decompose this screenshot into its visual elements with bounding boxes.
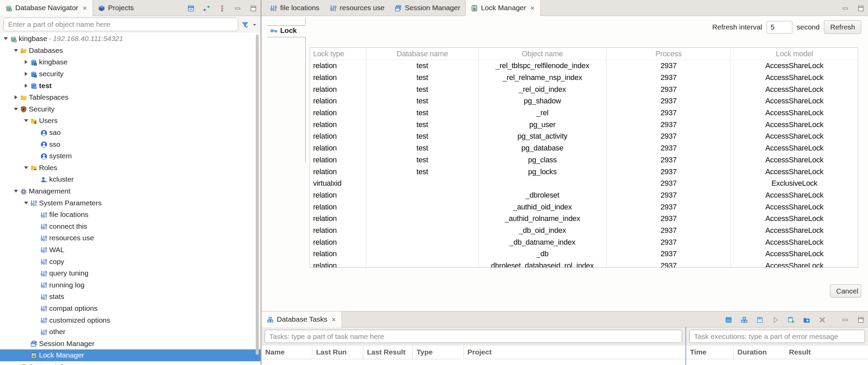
tree-item-lock-manager[interactable]: Lock Manager	[0, 349, 261, 361]
run-task-icon[interactable]	[772, 316, 779, 324]
executions-column-duration[interactable]: Duration	[734, 345, 785, 359]
lock-table-row[interactable]: relation_authid_oid_index2937AccessShare…	[310, 201, 858, 213]
tasks-column-project[interactable]: Project	[464, 345, 685, 359]
expander-slot[interactable]	[12, 363, 19, 365]
expander-collapse-icon[interactable]	[4, 37, 8, 40]
executions-column-time[interactable]: Time	[686, 345, 734, 359]
expander-collapse-icon[interactable]	[24, 202, 28, 204]
tree-scrollbar-thumb[interactable]	[256, 35, 259, 355]
object-filter-input[interactable]	[3, 18, 238, 31]
lock-table-row[interactable]: relationtestpg_locks2937AccessShareLock	[310, 166, 858, 178]
expander-slot[interactable]	[12, 47, 19, 54]
tree-item-running-log[interactable]: running log	[0, 279, 261, 291]
minimize-icon[interactable]	[842, 5, 849, 12]
lock-table-row[interactable]: relationtestpg_stat_activity2937AccessSh…	[310, 130, 858, 142]
tree-item-compat-options[interactable]: compat options	[0, 303, 261, 315]
close-icon[interactable]	[82, 5, 88, 11]
tree-item-other[interactable]: other	[0, 326, 261, 338]
tasks-filter-input[interactable]	[265, 330, 682, 343]
tree-item-system-parameters[interactable]: System Parameters	[0, 197, 261, 209]
tab-database-navigator[interactable]: Database Navigator	[0, 0, 93, 16]
tree-item-sao[interactable]: sao	[0, 127, 261, 139]
view-menu-icon[interactable]	[218, 5, 226, 12]
create-task-folder-icon[interactable]	[803, 316, 810, 324]
executions-column-result[interactable]: Result	[785, 345, 868, 359]
tree-item-session-manager[interactable]: Session Manager	[0, 338, 261, 349]
lock-table-row[interactable]: relation_db2937AccessShareLock	[310, 248, 858, 260]
expander-slot[interactable]	[22, 70, 30, 78]
chevron-down-icon[interactable]	[252, 22, 257, 27]
create-task-icon[interactable]	[787, 316, 795, 324]
expander-collapse-icon[interactable]	[14, 190, 18, 192]
tab-lock-manager[interactable]: Lock Manager	[465, 0, 541, 16]
expander-slot[interactable]	[12, 188, 19, 195]
expander-expand-icon[interactable]	[25, 72, 27, 76]
lock-table-row[interactable]: relationdbroleset_databaseid_rol_index29…	[310, 260, 858, 268]
lock-table-row[interactable]: relationtestpg_shadow2937AccessShareLock	[310, 95, 858, 107]
tab-file-locations[interactable]: file locations	[265, 0, 325, 16]
expander-slot[interactable]	[22, 117, 30, 124]
lock-table-row[interactable]: relationtestpg_database2937AccessShareLo…	[310, 142, 858, 154]
tree-item-users[interactable]: Users	[0, 115, 261, 127]
link-with-editor-icon[interactable]	[203, 5, 210, 12]
collapse-all-icon[interactable]	[187, 5, 195, 12]
tree-item-copy[interactable]: copy	[0, 256, 261, 267]
cancel-button[interactable]: Cancel	[830, 284, 861, 298]
expander-slot[interactable]	[2, 35, 9, 42]
filter-icon[interactable]	[242, 21, 249, 28]
tree-item-system[interactable]: system	[0, 150, 261, 162]
expander-slot[interactable]	[22, 199, 30, 206]
column-header-lock-model[interactable]: Lock model	[731, 48, 858, 60]
tree-item-security[interactable]: Security	[0, 103, 261, 115]
expander-collapse-icon[interactable]	[14, 49, 18, 52]
tab-projects[interactable]: Projects	[93, 0, 139, 16]
tree-item-roles[interactable]: Roles	[0, 162, 261, 174]
tree-item-connect-this[interactable]: connect this	[0, 221, 261, 232]
tree-item-tablespaces[interactable]: Tablespaces	[0, 92, 261, 103]
expander-expand-icon[interactable]	[15, 95, 17, 99]
tree-item-databases[interactable]: Databases	[0, 45, 261, 57]
expander-slot[interactable]	[22, 59, 30, 66]
tasks-column-type[interactable]: Type	[413, 345, 464, 359]
tasks-column-name[interactable]: Name	[262, 345, 312, 359]
maximize-icon[interactable]	[857, 5, 865, 12]
lock-table-row[interactable]: relationtest_rel_tblspc_relfilenode_inde…	[310, 60, 858, 72]
tree-item-kingbase[interactable]: kingbase - 192.168.40.111:54321	[0, 33, 261, 45]
lock-table-row[interactable]: relationtest_rel2937AccessShareLock	[310, 107, 858, 119]
expander-expand-icon[interactable]	[25, 84, 27, 88]
tree-item-query-tuning[interactable]: query tuning	[0, 267, 261, 279]
tree-item-management[interactable]: Management	[0, 185, 261, 197]
maximize-icon[interactable]	[250, 5, 257, 12]
expander-slot[interactable]	[12, 105, 19, 113]
minimize-icon[interactable]	[234, 5, 242, 12]
executions-filter-input[interactable]	[689, 330, 865, 343]
maximize-icon[interactable]	[857, 316, 865, 324]
tree-item-security[interactable]: security	[0, 68, 261, 80]
tree-item-kingbase[interactable]: kingbase	[0, 56, 261, 68]
delete-task-icon[interactable]	[818, 316, 826, 324]
task-view-icon[interactable]	[725, 316, 732, 324]
lock-table-row[interactable]: virtualxid2937ExclusiveLock	[310, 178, 858, 189]
lock-table-row[interactable]: relation_authid_rolname_index2937AccessS…	[310, 213, 858, 225]
close-icon[interactable]	[331, 317, 336, 322]
expander-slot[interactable]	[22, 164, 30, 171]
close-icon[interactable]	[530, 5, 535, 11]
refresh-interval-input[interactable]	[767, 21, 792, 34]
tree-item-system-info[interactable]: System Info	[0, 361, 261, 365]
column-header-database-name[interactable]: Database name	[366, 48, 479, 60]
tree-item-sso[interactable]: sso	[0, 138, 261, 150]
group-tasks-icon[interactable]	[740, 316, 748, 324]
side-tab-lock[interactable]: Lock	[270, 26, 297, 35]
column-header-lock-type[interactable]: Lock type	[310, 48, 366, 60]
minimize-icon[interactable]	[842, 316, 849, 324]
expander-collapse-icon[interactable]	[14, 108, 18, 110]
lock-table-row[interactable]: relationtestpg_class2937AccessShareLock	[310, 154, 858, 166]
tree-item-customized-options[interactable]: customized options	[0, 314, 261, 326]
tree-item-file-locations[interactable]: file locations	[0, 209, 261, 221]
tree-item-stats[interactable]: stats	[0, 291, 261, 303]
lock-table-row[interactable]: relationtestpg_user2937AccessShareLock	[310, 119, 858, 130]
tree-item-resources-use[interactable]: resources use	[0, 232, 261, 244]
refresh-button[interactable]: Refresh	[824, 20, 861, 34]
tasks-column-last-result[interactable]: Last Result	[363, 345, 413, 359]
lock-table-row[interactable]: relation_db_oid_index2937AccessShareLock	[310, 225, 858, 237]
